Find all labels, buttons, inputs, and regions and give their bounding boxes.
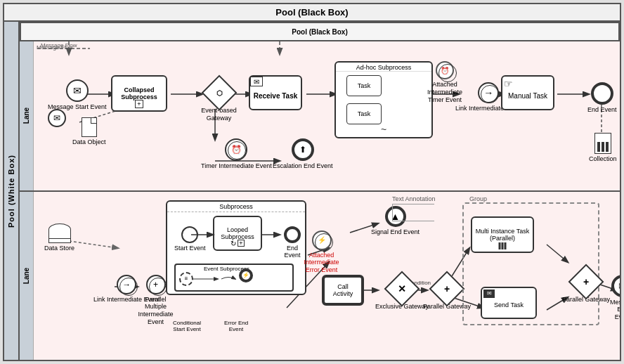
ad-hoc-label: Ad-hoc Subprocess [336, 63, 431, 72]
event-based-gateway[interactable]: ⬡ Event-based Gateway [200, 80, 238, 122]
multi-instance-task[interactable]: Multi Instance Task (Parallel) [471, 216, 534, 253]
outer-pool: Pool (Black Box) Pool (White Box) Pool (… [3, 3, 621, 361]
black-box-inner-label: Pool (Black Box) [292, 28, 347, 36]
receive-task[interactable]: ✉ Receive Task [249, 75, 302, 110]
send-task-label: Send Task [494, 301, 524, 308]
group-label: Group [468, 195, 488, 202]
end-event[interactable]: End Event [587, 82, 617, 114]
white-box-label-text: Pool (White Box) [7, 155, 15, 228]
collection[interactable]: Collection [589, 133, 617, 163]
conditional-start-label: Conditional Start Event [173, 320, 201, 333]
subprocess-label: Subprocess [167, 202, 305, 212]
event-subprocess-box[interactable]: Event Subprocess ≡ ⚡ [174, 264, 294, 292]
subprocess-start-event[interactable]: Start Event [174, 226, 206, 252]
looped-subprocess-label: Looped Subprocess [217, 226, 258, 240]
ad-hoc-subprocess[interactable]: Ad-hoc Subprocess Task Task ~ [334, 61, 433, 138]
parallel-gateway-2[interactable]: + Parallel Gateway [562, 269, 610, 304]
message-start-event-2[interactable]: ✉ [48, 109, 66, 127]
conditional-start-event[interactable]: ≡ [179, 272, 193, 286]
pools-container: Pool (Black Box) Lane Message Flow [20, 22, 620, 360]
send-task[interactable]: ✉ Send Task [481, 287, 537, 319]
adhoc-task1[interactable]: Task [346, 75, 382, 96]
multi-instance-label: Multi Instance Task (Parallel) [475, 228, 530, 242]
event-subprocess-label: Event Subprocess [176, 265, 292, 272]
text-annotation: Text Annotation [392, 195, 436, 221]
receive-task-label: Receive Task [254, 92, 298, 100]
subprocess-box[interactable]: Subprocess Start Event Looped Subprocess [166, 200, 306, 295]
message-end-event[interactable]: ✉ Message End Event [610, 275, 620, 321]
manual-task-label: Manual Task [508, 92, 547, 100]
bottom-lane-content: condition [34, 192, 620, 360]
svg-line-20 [69, 241, 118, 248]
message-start-event[interactable]: ✉ Message Start Event [48, 79, 107, 111]
collapsed-subprocess[interactable]: Collapsed Subprocess + [111, 75, 167, 112]
top-lane-content: Message Flow [34, 41, 620, 190]
pool-body: Pool (White Box) Pool (Black Box) Lane [4, 22, 620, 360]
top-lane-label-text: Lane [22, 108, 30, 124]
collapsed-subprocess-label: Collapsed Subprocess [115, 86, 163, 100]
pool-title: Pool (Black Box) [275, 7, 348, 18]
top-section: Pool (Black Box) Lane Message Flow [20, 22, 620, 192]
looped-subprocess[interactable]: Looped Subprocess ↻ + [213, 216, 262, 251]
manual-task[interactable]: ☞ Manual Task [501, 75, 554, 110]
data-store[interactable]: Data Store [44, 223, 74, 252]
call-activity-label: Call Activity [327, 283, 358, 297]
message-flow-label: Message Flow [37, 44, 73, 51]
adhoc-task2[interactable]: Task [346, 103, 382, 124]
bottom-lane-label: Lane [20, 192, 34, 360]
attached-intermediate-error-event[interactable]: ⚡ Attached Intermediate Error Event [302, 230, 341, 274]
bottom-lane-label-text: Lane [22, 268, 30, 284]
escalation-end-event[interactable]: ⬆ Escalation End Event [273, 138, 333, 170]
data-object[interactable]: Data Object [72, 117, 106, 146]
top-lane-label: Lane [20, 41, 34, 190]
exclusive-gateway[interactable]: ✕ Exclusive Gateway [375, 276, 429, 311]
call-activity[interactable]: Call Activity [322, 275, 364, 306]
white-box-pool-label: Pool (White Box) [4, 22, 20, 360]
bottom-section: Lane [20, 192, 620, 360]
black-box-pool-header: Pool (Black Box) [4, 4, 620, 22]
subprocess-end-event[interactable]: End Event [280, 226, 305, 260]
timer-intermediate-event[interactable]: ⏰ Timer Intermediate Event [201, 138, 272, 170]
error-end-event[interactable]: ⚡ [239, 268, 253, 282]
error-end-label: Error End Event [222, 320, 250, 333]
